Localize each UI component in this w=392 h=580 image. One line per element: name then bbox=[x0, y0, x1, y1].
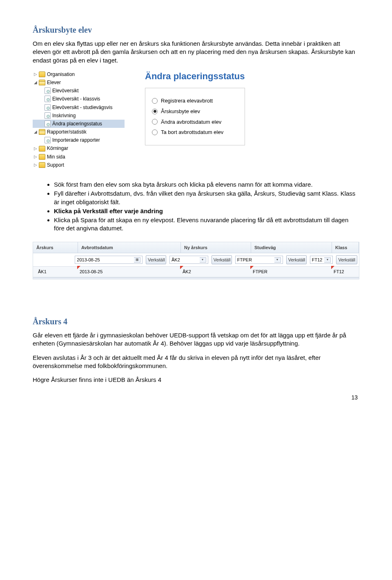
radio-group: Registrera elevavbrottÅrskursbyte elevÄn… bbox=[145, 88, 245, 145]
nav-item-elever[interactable]: ◢Elever bbox=[33, 78, 125, 87]
expand-icon[interactable]: ◢ bbox=[33, 129, 37, 135]
section2-p3: Högre Årskurser finns inte i UEDB än Års… bbox=[33, 376, 359, 384]
section2-p2: Eleven avslutas i År 3 och är det aktuel… bbox=[33, 354, 359, 370]
cell-studievag: FTPER bbox=[251, 267, 332, 277]
folder-icon bbox=[39, 162, 45, 168]
page-icon bbox=[45, 120, 51, 127]
folder-open-icon bbox=[39, 80, 45, 85]
nav-item--ndra-placeringsstatus[interactable]: Ändra placeringsstatus bbox=[33, 120, 125, 128]
radio-icon[interactable] bbox=[152, 98, 158, 104]
form-panel: Ändra placeringsstatus Registrera elevav… bbox=[145, 70, 245, 169]
page-number: 13 bbox=[351, 394, 358, 402]
section1-title: Årskursbyte elev bbox=[33, 25, 359, 36]
nav-label: Elever bbox=[47, 79, 61, 86]
radio-icon[interactable] bbox=[152, 129, 158, 135]
nav-label: Rapporter/statistik bbox=[47, 129, 87, 135]
nav-item-rapporter-statistik[interactable]: ◢Rapporter/statistik bbox=[33, 128, 125, 136]
nav-label: Inskrivning bbox=[52, 112, 76, 119]
nav-item-importerade-rapporter[interactable]: Importerade rapporter bbox=[33, 136, 125, 144]
list-item: Klicka på Spara för att skapa en ny elev… bbox=[54, 216, 359, 233]
nav-label: Elevöversikt - studievägsvis bbox=[52, 104, 112, 111]
nav-label: Min sida bbox=[47, 154, 65, 160]
chevron-down-icon[interactable]: ▾ bbox=[274, 257, 281, 263]
radio-label: Årskursbyte elev bbox=[161, 108, 200, 115]
th-klass: Klass bbox=[332, 242, 359, 253]
screenshot-panel-1: ▷Organisation◢EleverElevöversiktElevöver… bbox=[33, 70, 359, 169]
chevron-down-icon[interactable]: ▾ bbox=[324, 257, 331, 263]
cell-ny-arskurs: ÅK2 bbox=[181, 267, 251, 277]
expand-icon[interactable]: ▷ bbox=[33, 71, 37, 77]
list-item: Sök först fram den elev som ska byta års… bbox=[54, 181, 359, 189]
nav-item-elev-versikt-klassvis[interactable]: Elevöversikt - klassvis bbox=[33, 95, 125, 103]
expand-icon[interactable]: ▷ bbox=[33, 162, 37, 168]
radio-label: Ändra avbrottsdatum elev bbox=[161, 118, 221, 126]
folder-icon bbox=[39, 71, 45, 77]
section2-p1: Går eleven ett fjärde år i gymnasieskola… bbox=[33, 331, 359, 348]
th-studievag: Studieväg bbox=[251, 242, 332, 253]
th-avbrottsdatum: Avbrottsdatum bbox=[78, 242, 181, 253]
table-row-edit: 2013-08-25▦ Verkställ ÅK2▾ Verkställ FTP… bbox=[33, 253, 359, 267]
nav-label: Support bbox=[47, 162, 64, 168]
radio-icon[interactable] bbox=[152, 119, 158, 125]
calendar-icon[interactable]: ▦ bbox=[134, 257, 140, 263]
expand-icon[interactable]: ◢ bbox=[33, 80, 37, 85]
folder-open-icon bbox=[39, 129, 45, 135]
th-arskurs: Årskurs bbox=[33, 242, 78, 253]
nav-label: Importerade rapporter bbox=[52, 137, 100, 143]
nav-label: Ändra placeringsstatus bbox=[52, 120, 102, 127]
cell-avbrottsdatum: 2013-08-25 bbox=[78, 267, 181, 277]
nav-item-support[interactable]: ▷Support bbox=[33, 161, 125, 169]
page-icon bbox=[45, 87, 51, 94]
verkstall-button[interactable]: Verkställ bbox=[336, 255, 357, 264]
avbrottsdatum-input[interactable]: 2013-08-25▦ bbox=[75, 256, 143, 264]
nav-label: Elevöversikt bbox=[52, 87, 79, 94]
list-item: Fyll därefter i Avbrottsdatum, dvs. från… bbox=[54, 190, 359, 206]
cell-klass: FT12 bbox=[332, 267, 359, 277]
radio-label: Registrera elevavbrott bbox=[161, 97, 213, 105]
radio-icon[interactable] bbox=[152, 109, 158, 114]
verkstall-button[interactable]: Verkställ bbox=[212, 255, 232, 264]
expand-icon[interactable]: ▷ bbox=[33, 154, 37, 160]
radio-option[interactable]: Registrera elevavbrott bbox=[152, 97, 232, 105]
expand-icon[interactable]: ▷ bbox=[33, 146, 37, 152]
form-title: Ändra placeringsstatus bbox=[145, 70, 245, 83]
nav-label: Körningar bbox=[47, 145, 68, 152]
table-screenshot: Årskurs Avbrottsdatum Ny årskurs Studiev… bbox=[33, 242, 359, 280]
table-row-readonly: ÅK1 2013-08-25 ÅK2 FTPER FT12 bbox=[33, 267, 359, 277]
ny-arskurs-select[interactable]: ÅK2▾ bbox=[169, 256, 208, 264]
folder-icon bbox=[39, 146, 45, 152]
page-icon bbox=[45, 104, 51, 111]
nav-item-elev-versikt[interactable]: Elevöversikt bbox=[33, 87, 125, 95]
radio-option[interactable]: Ta bort avbrottsdatum elev bbox=[152, 129, 232, 136]
nav-item-inskrivning[interactable]: Inskrivning bbox=[33, 112, 125, 120]
verkstall-button[interactable]: Verkställ bbox=[146, 255, 166, 264]
folder-icon bbox=[39, 154, 45, 160]
klass-select[interactable]: FT12▾ bbox=[310, 256, 333, 264]
cell-arskurs: ÅK1 bbox=[33, 267, 78, 277]
nav-tree: ▷Organisation◢EleverElevöversiktElevöver… bbox=[33, 70, 125, 169]
radio-option[interactable]: Ändra avbrottsdatum elev bbox=[152, 118, 232, 126]
page-icon bbox=[45, 96, 51, 102]
radio-label: Ta bort avbrottsdatum elev bbox=[161, 129, 223, 136]
page-icon bbox=[45, 112, 51, 119]
verkstall-button[interactable]: Verkställ bbox=[286, 255, 307, 264]
th-ny-arskurs: Ny årskurs bbox=[181, 242, 251, 253]
nav-item-elev-versikt-studiev-gsvis[interactable]: Elevöversikt - studievägsvis bbox=[33, 103, 125, 112]
section1-para: Om en elev ska flyttas upp eller ner en … bbox=[33, 40, 359, 65]
table-header-row: Årskurs Avbrottsdatum Ny årskurs Studiev… bbox=[33, 242, 359, 254]
page-icon bbox=[45, 137, 51, 143]
section2-title: Årskurs 4 bbox=[33, 316, 359, 327]
radio-option[interactable]: Årskursbyte elev bbox=[152, 108, 232, 115]
nav-item-k-rningar[interactable]: ▷Körningar bbox=[33, 144, 125, 152]
instruction-list: Sök först fram den elev som ska byta års… bbox=[33, 181, 359, 233]
nav-item-organisation[interactable]: ▷Organisation bbox=[33, 70, 125, 78]
nav-item-min-sida[interactable]: ▷Min sida bbox=[33, 153, 125, 161]
studievag-select[interactable]: FTPER▾ bbox=[235, 256, 283, 264]
nav-label: Elevöversikt - klassvis bbox=[52, 96, 100, 102]
list-item: Klicka på Verkställ efter varje ändring bbox=[54, 207, 359, 215]
chevron-down-icon[interactable]: ▾ bbox=[200, 257, 206, 263]
nav-label: Organisation bbox=[47, 71, 75, 78]
